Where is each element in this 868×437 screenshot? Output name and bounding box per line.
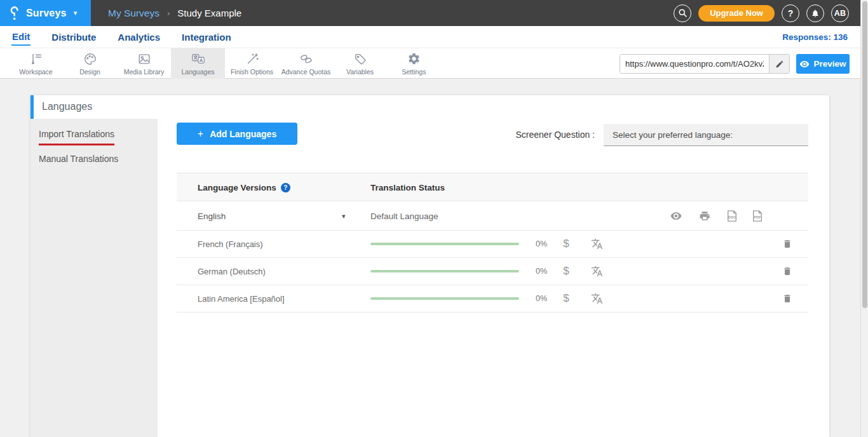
survey-url-box [620, 54, 790, 74]
chevron-down-icon: ▾ [74, 9, 78, 17]
trash-icon [782, 238, 792, 250]
toolbar-item-design[interactable]: Design [63, 48, 117, 79]
tab-edit[interactable]: Edit [11, 28, 31, 46]
table-header: Language Versions ? Translation Status [177, 173, 808, 201]
toolbar-item-settings[interactable]: Settings [387, 48, 441, 79]
help-circle-icon[interactable]: ? [281, 183, 290, 192]
table-row-french: French (Français) 0% $ [177, 231, 808, 258]
languages-panel: Languages Import Translations Manual Tra… [31, 95, 829, 437]
languages-table: Language Versions ? Translation Status E… [177, 173, 808, 313]
language-name: Latin America [Español] [198, 294, 285, 304]
tab-integration[interactable]: Integration [181, 29, 232, 45]
toolbar-item-advance-quotas[interactable]: Advance Quotas [279, 48, 333, 79]
scrollbar-thumb[interactable] [862, 1, 867, 308]
translate-icon [591, 293, 603, 305]
panel-title: Languages [42, 101, 92, 112]
survey-nav: Edit Distribute Analytics Integration Re… [0, 26, 868, 48]
toolbar-item-variables[interactable]: Variables [333, 48, 387, 79]
toolbar-item-languages[interactable]: Languages [171, 48, 225, 79]
svg-text:DOC: DOC [728, 215, 736, 218]
breadcrumb: My Surveys › Study Example [108, 0, 241, 26]
delete-language-button[interactable] [781, 293, 794, 304]
translation-progress-bar [370, 243, 519, 245]
eye-icon [670, 212, 682, 220]
column-translation-status: Translation Status [370, 183, 445, 192]
language-name: French (Français) [198, 239, 263, 249]
questionpro-logo-icon [10, 6, 20, 21]
language-status: Default Language [370, 211, 438, 220]
translate-button[interactable] [590, 266, 604, 278]
topbar-actions: Upgrade Now ? AB [674, 0, 849, 26]
help-button[interactable]: ? [782, 4, 799, 22]
panel-content: + Add Languages Screener Question : Sele… [158, 119, 829, 437]
translate-button[interactable] [590, 238, 604, 250]
trash-icon [782, 293, 792, 304]
table-row-latin-america: Latin America [Español] 0% $ [177, 285, 808, 313]
sidebar-item-import-translations[interactable]: Import Translations [39, 129, 114, 145]
add-languages-button[interactable]: + Add Languages [177, 123, 297, 145]
export-doc-button[interactable]: DOC [725, 210, 739, 222]
breadcrumb-my-surveys[interactable]: My Surveys [108, 8, 159, 19]
print-button[interactable] [698, 210, 712, 222]
pdf-file-icon: PDF [752, 210, 763, 222]
upgrade-now-button[interactable]: Upgrade Now [698, 5, 775, 22]
language-name: English [198, 211, 226, 220]
view-survey-button[interactable] [669, 212, 683, 220]
trash-icon [782, 266, 792, 277]
breadcrumb-current: Study Example [177, 8, 241, 18]
column-language-versions: Language Versions ? [198, 183, 290, 192]
palette-icon [83, 52, 97, 66]
screener-question-label: Screener Question : [511, 130, 595, 140]
translation-quote-button[interactable]: $ [560, 238, 572, 250]
product-switcher[interactable]: Surveys ▾ [0, 0, 91, 26]
page-scrollbar[interactable] [860, 0, 868, 437]
translate-button[interactable] [590, 293, 604, 305]
delete-language-button[interactable] [781, 266, 794, 277]
toolbar-item-finish-options[interactable]: Finish Options [225, 48, 279, 79]
search-icon [678, 8, 688, 18]
translation-progress-bar [370, 297, 519, 300]
chain-links-icon [299, 52, 313, 66]
eye-icon [799, 60, 810, 68]
export-pdf-button[interactable]: PDF [750, 210, 764, 222]
plus-icon: + [198, 128, 203, 140]
responses-count[interactable]: Responses: 136 [782, 32, 848, 42]
user-avatar[interactable]: AB [831, 4, 849, 22]
translate-icon [591, 238, 603, 250]
translate-icon [591, 266, 603, 278]
survey-url-input[interactable] [620, 55, 769, 73]
language-name: German (Deutsch) [198, 267, 266, 276]
search-button[interactable] [674, 4, 691, 22]
image-icon [137, 52, 151, 66]
top-bar: Surveys ▾ My Surveys › Study Example Upg… [0, 0, 868, 26]
pencil-icon [775, 60, 784, 69]
translation-percent: 0% [531, 239, 552, 248]
translation-progress-bar [370, 270, 519, 272]
magic-wand-icon [245, 52, 259, 66]
toolbar-item-media-library[interactable]: Media Library [117, 48, 171, 79]
sidebar-item-manual-translations[interactable]: Manual Translations [39, 154, 118, 164]
delete-language-button[interactable] [781, 238, 794, 250]
tab-distribute[interactable]: Distribute [51, 29, 97, 45]
translation-percent: 0% [531, 267, 552, 276]
product-name: Surveys [26, 8, 67, 19]
tag-icon [353, 52, 367, 66]
translation-quote-button[interactable]: $ [560, 292, 572, 305]
edit-toolbar: Workspace Design Media Library Languages… [0, 48, 868, 79]
edit-url-button[interactable] [769, 55, 789, 73]
workspace-icon [29, 52, 43, 66]
bell-icon [811, 9, 820, 18]
breadcrumb-separator: › [167, 8, 170, 18]
preview-button[interactable]: Preview [796, 54, 850, 74]
tab-analytics[interactable]: Analytics [117, 29, 161, 45]
screener-question-select[interactable]: Select your preferred language: [604, 124, 808, 146]
translation-quote-button[interactable]: $ [560, 265, 572, 278]
toolbar-item-workspace[interactable]: Workspace [9, 48, 63, 79]
svg-text:PDF: PDF [754, 215, 761, 218]
translation-percent: 0% [531, 294, 552, 303]
language-dropdown-caret[interactable]: ▾ [342, 212, 346, 220]
notifications-button[interactable] [806, 4, 824, 22]
translate-icon [191, 52, 206, 66]
doc-file-icon: DOC [726, 210, 738, 222]
table-row-english: English ▾ Default Language DOC [177, 201, 808, 231]
